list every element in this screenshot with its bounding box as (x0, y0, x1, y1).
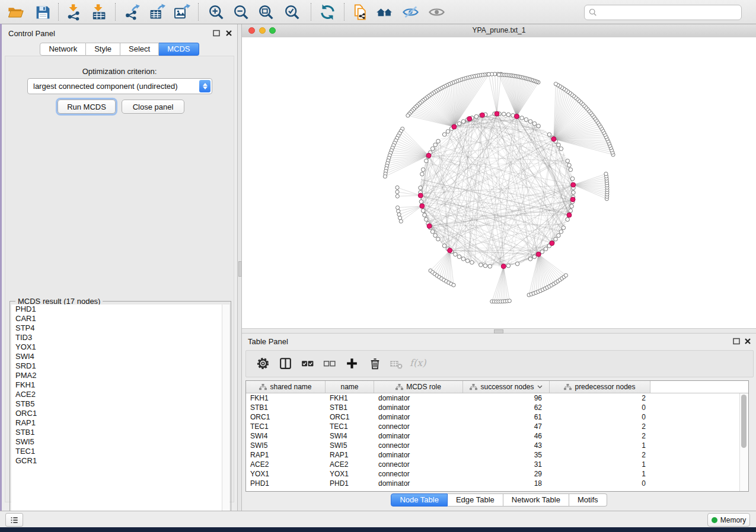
cell-name: STB1 (326, 403, 374, 412)
mcds-result-item[interactable]: SWI5 (11, 437, 222, 447)
table-row[interactable]: ORC1ORC1dominator610 (246, 412, 748, 422)
column-header-MCDS-role[interactable]: MCDS role (374, 381, 463, 393)
splitter-grip[interactable] (494, 329, 503, 334)
import-network-icon[interactable] (65, 4, 82, 21)
network-canvas[interactable] (242, 37, 756, 328)
float-panel-icon[interactable] (212, 29, 221, 37)
search-input[interactable] (597, 7, 741, 18)
node-table[interactable]: shared namenameMCDS rolesuccessor nodesp… (245, 380, 749, 492)
cell-successor-nodes: 43 (463, 441, 550, 450)
mcds-result-item[interactable]: RAP1 (11, 418, 222, 428)
cell-shared-name: SWI4 (246, 431, 326, 441)
close-panel-icon[interactable] (225, 29, 233, 37)
horizontal-splitter[interactable] (242, 328, 756, 334)
table-row[interactable]: YOX1YOX1connector291 (246, 469, 748, 479)
float-panel-icon[interactable] (732, 337, 741, 345)
network-window-titlebar[interactable]: YPA_prune.txt_1 (242, 24, 756, 38)
zoom-fit-icon[interactable] (257, 4, 275, 21)
mcds-result-item[interactable]: CAR1 (11, 314, 222, 323)
mcds-result-item[interactable]: FKH1 (11, 380, 222, 390)
table-row[interactable]: RAP1RAP1dominator352 (246, 450, 748, 460)
table-header-row: shared namenameMCDS rolesuccessor nodesp… (246, 381, 748, 393)
sort-down-icon (537, 385, 543, 389)
mcds-list-scrollbar[interactable] (222, 305, 229, 518)
mcds-result-item[interactable]: TID3 (11, 333, 222, 342)
table-row[interactable]: TEC1TEC1connector472 (246, 422, 748, 431)
mcds-result-item[interactable]: SRD1 (11, 361, 222, 371)
memory-status-icon (712, 517, 717, 523)
close-panel-button[interactable]: Close panel (122, 100, 184, 114)
column-header-successor-nodes[interactable]: successor nodes (463, 381, 550, 393)
tab-network[interactable]: Network (40, 43, 86, 56)
criterion-dropdown[interactable]: largest connected component (undirected) (27, 78, 212, 94)
first-neighbors-icon[interactable] (376, 4, 393, 21)
export-network-icon[interactable] (123, 4, 141, 21)
scrollbar-thumb[interactable] (741, 395, 747, 448)
cell-name: SWI4 (326, 431, 374, 441)
column-header-shared-name[interactable]: shared name (246, 381, 326, 393)
save-session-icon[interactable] (34, 4, 52, 21)
zoom-selected-icon[interactable] (283, 4, 301, 21)
import-table-icon[interactable] (90, 4, 107, 21)
mcds-result-item[interactable]: ORC1 (11, 409, 222, 418)
mcds-result-item[interactable]: PMA2 (11, 371, 222, 380)
add-row-icon[interactable] (344, 356, 359, 371)
table-row[interactable]: STB1STB1dominator620 (246, 403, 748, 412)
task-history-button[interactable] (5, 513, 23, 527)
dropdown-stepper-icon (199, 80, 210, 92)
mcds-result-item[interactable]: STP4 (11, 323, 222, 333)
table-scrollbar[interactable] (739, 393, 748, 492)
tab-node-table[interactable]: Node Table (391, 493, 448, 507)
column-label: MCDS role (406, 383, 441, 391)
refresh-view-icon[interactable] (319, 4, 336, 21)
run-mcds-button[interactable]: Run MCDS (58, 100, 116, 114)
close-panel-icon[interactable] (744, 337, 752, 345)
mcds-result-item[interactable]: GCR1 (11, 456, 222, 466)
column-header-predecessor-nodes[interactable]: predecessor nodes (550, 381, 650, 393)
tab-motifs[interactable]: Motifs (569, 493, 607, 507)
column-label: successor nodes (480, 383, 534, 391)
cell-successor-nodes: 47 (463, 422, 550, 431)
vertical-splitter[interactable] (237, 24, 242, 511)
mcds-result-item[interactable]: SWI4 (11, 352, 222, 361)
table-row[interactable]: PHD1PHD1dominator180 (246, 479, 748, 488)
column-header-name[interactable]: name (326, 381, 374, 393)
hide-selected-eye-icon[interactable] (402, 4, 419, 21)
show-all-eye-icon[interactable] (428, 4, 445, 21)
mcds-result-item[interactable]: PHD1 (11, 305, 222, 314)
list-icon (9, 516, 19, 524)
tab-style[interactable]: Style (86, 43, 120, 56)
mcds-result-list[interactable]: PHD1CAR1STP4TID3YOX1SWI4SRD1PMA2FKH1ACE2… (11, 305, 222, 518)
table-row[interactable]: SWI4SWI4dominator462 (246, 431, 748, 441)
search-box[interactable] (584, 5, 742, 20)
cell-name: RAP1 (326, 450, 374, 460)
deselect-all-icon[interactable] (322, 356, 337, 371)
zoom-out-icon[interactable] (232, 4, 250, 21)
tab-network-table[interactable]: Network Table (503, 493, 569, 507)
settings-gear-icon[interactable] (256, 356, 270, 371)
open-file-icon[interactable] (7, 4, 24, 21)
mcds-result-item[interactable]: STB5 (11, 399, 222, 409)
table-row[interactable]: SWI5SWI5connector431 (246, 441, 748, 450)
toolbar-separator (198, 3, 199, 21)
tab-mcds[interactable]: MCDS (159, 43, 199, 56)
select-all-icon[interactable] (300, 356, 315, 371)
mcds-result-item[interactable]: ACE2 (11, 390, 222, 399)
toolbar-separator (115, 3, 116, 21)
export-image-icon[interactable] (173, 4, 190, 21)
toggle-column-icon[interactable] (278, 356, 293, 371)
clone-network-icon[interactable] (352, 4, 369, 21)
column-label: shared name (270, 383, 311, 391)
mcds-result-item[interactable]: TEC1 (11, 447, 222, 456)
sitemap-icon (564, 384, 572, 390)
mcds-result-item[interactable]: YOX1 (11, 342, 222, 352)
zoom-in-icon[interactable] (208, 4, 225, 21)
tab-select[interactable]: Select (120, 43, 159, 56)
delete-row-trash-icon[interactable] (368, 356, 382, 371)
tab-edge-table[interactable]: Edge Table (448, 493, 503, 507)
table-row[interactable]: ACE2ACE2connector311 (246, 460, 748, 469)
export-table-icon[interactable] (148, 4, 165, 21)
memory-button[interactable]: Memory (707, 513, 750, 527)
mcds-result-item[interactable]: STB1 (11, 428, 222, 437)
table-row[interactable]: FKH1FKH1dominator962 (246, 393, 748, 403)
